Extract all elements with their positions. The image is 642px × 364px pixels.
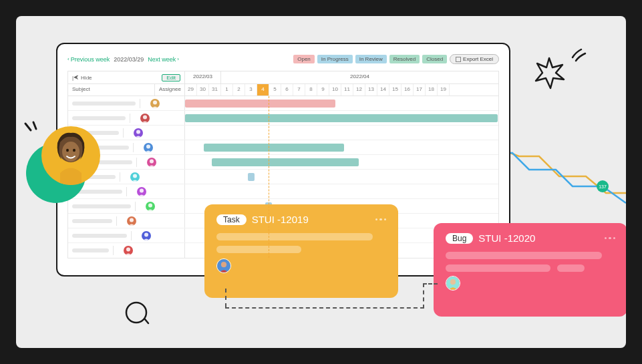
task-card-title: STUI -12019 (252, 214, 370, 225)
svg-point-10 (146, 144, 150, 148)
assignee-avatar (144, 143, 153, 152)
decoration-smile-icon (120, 298, 153, 331)
assignee-avatar (127, 216, 136, 226)
day-cell[interactable]: 14 (377, 84, 389, 96)
top-bar: ‹ Previous week 2022/03/29 Next week › O… (67, 54, 499, 64)
gantt-row[interactable] (68, 140, 498, 155)
gantt-bar[interactable] (212, 158, 359, 166)
assignee-avatar (140, 114, 150, 123)
hide-toggle[interactable]: |⮜ Hide (72, 75, 92, 81)
svg-text:137: 137 (599, 184, 607, 189)
svg-point-33 (450, 279, 456, 285)
month-label: 2022/04 (221, 71, 498, 83)
subject-column-header: Subject (68, 84, 154, 96)
assignee-avatar (142, 231, 151, 240)
assignee-avatar (130, 172, 140, 182)
day-cell[interactable]: 30 (197, 84, 209, 96)
gantt-row[interactable] (68, 126, 498, 140)
subject-placeholder (72, 234, 127, 238)
assignee-avatar (134, 128, 143, 138)
day-cell[interactable]: 12 (353, 84, 365, 96)
decoration-tick-icon (21, 120, 41, 140)
day-cell[interactable]: 18 (426, 84, 438, 96)
status-in-review[interactable]: In Review (355, 55, 387, 63)
gantt-bar[interactable] (185, 114, 498, 122)
status-closed[interactable]: Closed (422, 55, 447, 63)
connector-line (423, 283, 424, 309)
svg-point-0 (126, 303, 146, 323)
chevron-right-icon: › (177, 56, 179, 62)
day-cell[interactable]: 19 (438, 84, 450, 96)
svg-point-8 (136, 130, 140, 134)
day-cell[interactable]: 8 (305, 84, 317, 96)
day-cell[interactable]: 29 (185, 84, 197, 96)
today-indicator (269, 96, 269, 258)
edit-button[interactable]: Edit (162, 74, 180, 81)
prev-week-link[interactable]: ‹ Previous week (67, 56, 110, 63)
svg-point-12 (150, 159, 154, 163)
decoration-sparkle-icon (569, 44, 589, 64)
day-cell[interactable]: 31 (209, 84, 221, 96)
decoration-star-icon (529, 53, 569, 93)
gantt-row[interactable] (68, 184, 498, 199)
day-cell[interactable]: 17 (414, 84, 426, 96)
svg-point-6 (143, 115, 147, 119)
svg-point-22 (144, 232, 148, 236)
subject-placeholder (72, 204, 131, 208)
connector-line (225, 307, 424, 309)
assignee-avatar (446, 276, 460, 291)
current-date: 2022/03/29 (114, 56, 144, 63)
subject-placeholder (72, 102, 136, 106)
gantt-bar[interactable] (185, 100, 335, 108)
more-icon[interactable] (375, 218, 387, 221)
placeholder-pill (446, 264, 550, 272)
gantt-row[interactable] (68, 96, 498, 111)
day-cell[interactable]: 6 (281, 84, 293, 96)
task-tag: Task (216, 214, 247, 225)
gantt-bar[interactable] (204, 144, 344, 152)
bug-tag: Bug (446, 233, 473, 244)
status-open[interactable]: Open (293, 55, 315, 63)
assignee-avatar (146, 202, 155, 211)
task-card[interactable]: Task STUI -12019 (204, 204, 398, 298)
assignee-avatar (216, 258, 231, 273)
status-resolved[interactable]: Resolved (389, 55, 420, 63)
next-week-link[interactable]: Next week › (148, 56, 179, 63)
gantt-row[interactable] (68, 170, 498, 184)
day-cell[interactable]: 1 (221, 84, 233, 96)
status-in-progress[interactable]: In Progress (317, 55, 353, 63)
assignee-column-header: Assignee (154, 84, 184, 96)
bug-card-title: STUI -12020 (478, 232, 599, 244)
collapse-icon: |⮜ (72, 75, 79, 81)
svg-point-18 (148, 203, 152, 207)
export-excel-button[interactable]: Export Excel (450, 54, 499, 64)
day-cell[interactable]: 10 (329, 84, 341, 96)
bug-card[interactable]: Bug STUI -12020 (434, 223, 626, 317)
day-cell[interactable]: 16 (402, 84, 414, 96)
more-icon[interactable] (605, 237, 616, 240)
day-cell[interactable]: 15 (389, 84, 402, 96)
svg-point-16 (140, 188, 144, 192)
subject-placeholder (72, 248, 109, 252)
gantt-row[interactable] (68, 155, 498, 170)
day-cell[interactable]: 13 (365, 84, 377, 96)
day-cell[interactable]: 11 (341, 84, 353, 96)
placeholder-line (446, 252, 602, 259)
gantt-bar[interactable] (248, 173, 255, 181)
connector-line (225, 289, 226, 307)
svg-point-14 (133, 174, 137, 178)
day-cell[interactable]: 7 (293, 84, 305, 96)
assignee-avatar (147, 158, 156, 167)
day-cell[interactable]: 4 (257, 84, 269, 96)
assignee-avatar (150, 99, 160, 108)
export-icon (456, 57, 461, 62)
decoration-line-chart: 137 (492, 140, 626, 206)
chevron-left-icon: ‹ (67, 56, 69, 62)
day-cell[interactable]: 3 (245, 84, 257, 96)
placeholder-line (216, 246, 301, 253)
day-cell[interactable]: 5 (269, 84, 281, 96)
day-cell[interactable]: 9 (317, 84, 329, 96)
svg-point-29 (73, 149, 75, 152)
gantt-row[interactable] (68, 111, 498, 126)
day-cell[interactable]: 2 (233, 84, 245, 96)
